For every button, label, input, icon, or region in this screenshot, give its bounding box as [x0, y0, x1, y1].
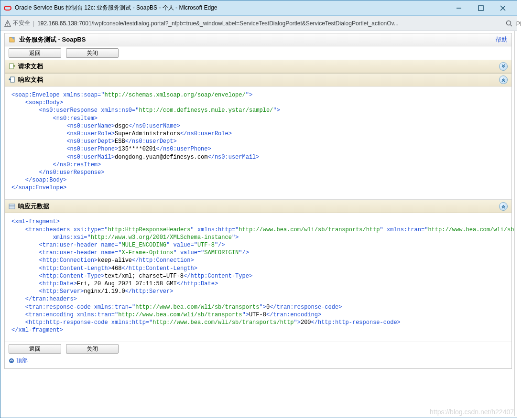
- svg-line-9: [511, 25, 512, 26]
- service-icon: [9, 36, 16, 43]
- top-link-label: 顶部: [16, 356, 28, 365]
- browser-window: Oracle Service Bus 控制台 12c: 业务服务测试 - Soa…: [0, 0, 517, 418]
- response-meta-xml: <xml-fragment> <tran:headers xsi:type="h…: [5, 213, 511, 342]
- expand-icon[interactable]: [499, 62, 508, 71]
- back-button-bottom[interactable]: 返回: [9, 344, 61, 354]
- window-title-bar: Oracle Service Bus 控制台 12c: 业务服务测试 - Soa…: [0, 0, 517, 16]
- request-doc-section[interactable]: 请求文档: [5, 60, 511, 73]
- response-doc-section[interactable]: 响应文档: [5, 73, 511, 86]
- close-panel-button-bottom[interactable]: 关闭: [66, 344, 119, 354]
- warning-icon: [4, 20, 11, 27]
- search-icon[interactable]: [505, 20, 513, 27]
- insecure-text: 不安全: [13, 19, 30, 27]
- svg-rect-13: [9, 204, 15, 209]
- response-xml: <soap:Envelope xmlns:soap="http://schema…: [5, 86, 511, 200]
- svg-rect-0: [4, 6, 11, 10]
- close-button[interactable]: [492, 1, 514, 15]
- button-row-bottom: 返回 关闭: [5, 342, 511, 355]
- metadata-icon: [9, 203, 15, 210]
- maximize-button[interactable]: [470, 1, 492, 15]
- arrow-up-circle-icon: [9, 358, 14, 364]
- panel-title: 业务服务测试 - SoapBS: [19, 35, 86, 44]
- insecure-badge: 不安全: [4, 19, 30, 27]
- collapse-icon[interactable]: [499, 75, 508, 84]
- url-text: 192.168.65.138:7001/lwpfconsole/testdial…: [37, 20, 502, 27]
- main-panel: 业务服务测试 - SoapBS 帮助 返回 关闭 请求文档: [4, 33, 512, 369]
- response-meta-label: 响应元数据: [18, 202, 49, 211]
- svg-rect-12: [11, 77, 14, 82]
- window-title: Oracle Service Bus 控制台 12c: 业务服务测试 - Soa…: [15, 4, 448, 12]
- response-doc-label: 响应文档: [18, 75, 43, 84]
- back-button[interactable]: 返回: [9, 48, 61, 58]
- window-controls: [448, 1, 514, 15]
- help-link[interactable]: 帮助: [495, 35, 508, 44]
- svg-point-8: [507, 21, 511, 25]
- close-panel-button[interactable]: 关闭: [66, 48, 119, 58]
- minimize-button[interactable]: [448, 1, 470, 15]
- oracle-icon: [3, 4, 12, 12]
- response-meta-section[interactable]: 响应元数据: [5, 200, 511, 213]
- svg-rect-11: [10, 64, 13, 69]
- document-out-icon: [9, 63, 15, 70]
- button-row-top: 返回 关闭: [5, 46, 511, 60]
- request-doc-label: 请求文档: [18, 62, 43, 71]
- page-content: 业务服务测试 - SoapBS 帮助 返回 关闭 请求文档: [2, 31, 515, 416]
- svg-point-7: [7, 25, 8, 26]
- svg-point-16: [9, 358, 14, 363]
- top-link[interactable]: 顶部: [9, 356, 508, 365]
- svg-rect-2: [478, 6, 483, 11]
- address-bar[interactable]: 不安全 | 192.168.65.138:7001/lwpfconsole/te…: [0, 16, 517, 31]
- cutoff-text: PI: [516, 21, 522, 27]
- document-in-icon: [9, 76, 15, 83]
- collapse-icon[interactable]: [499, 202, 508, 211]
- panel-header: 业务服务测试 - SoapBS 帮助: [5, 33, 511, 46]
- address-separator: |: [33, 20, 34, 27]
- footer: 顶部: [5, 355, 511, 368]
